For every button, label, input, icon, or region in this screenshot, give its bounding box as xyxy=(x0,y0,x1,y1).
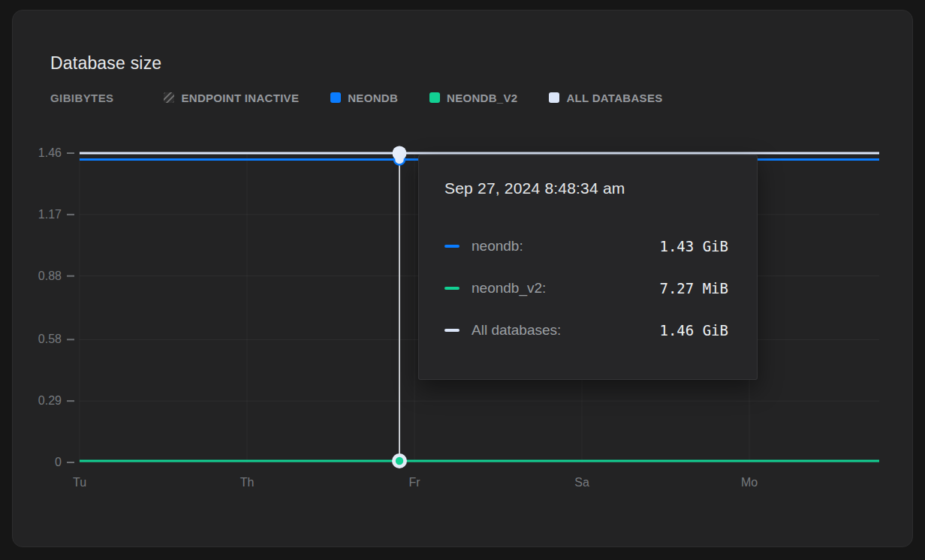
tooltip-series-value: 1.43 GiB xyxy=(659,238,728,254)
y-axis-label: 1.17 xyxy=(17,208,62,221)
tooltip-timestamp: Sep 27, 2024 8:48:34 am xyxy=(444,178,728,199)
y-axis-label: 1.46 xyxy=(17,146,62,160)
tooltip-rows: neondb:1.43 GiBneondb_v2:7.27 MiBAll dat… xyxy=(444,238,728,339)
tooltip-series-label: neondb: xyxy=(472,238,523,254)
marker-all-databases xyxy=(393,146,407,161)
x-axis-label: Tu xyxy=(73,476,86,489)
y-axis-label: 0.88 xyxy=(17,269,62,283)
series-dash-icon xyxy=(444,287,459,290)
x-axis-label: Fr xyxy=(408,476,420,489)
tooltip-series-label: neondb_v2: xyxy=(472,280,546,297)
x-axis-label: Th xyxy=(240,476,255,489)
chart-tooltip: Sep 27, 2024 8:48:34 am neondb:1.43 GiBn… xyxy=(418,155,758,380)
database-size-card: Database size GIBIBYTES ENDPOINT INACTIV… xyxy=(12,10,913,547)
y-axis-label: 0.58 xyxy=(17,333,62,346)
marker-neondb-v2-inner xyxy=(396,457,403,465)
series-dash-icon xyxy=(444,329,459,332)
y-axis-label: 0.29 xyxy=(17,394,62,408)
series-dash-icon xyxy=(444,245,459,248)
tooltip-row: neondb:1.43 GiB xyxy=(444,238,728,254)
tooltip-series-value: 7.27 MiB xyxy=(659,280,728,297)
x-axis-label: Mo xyxy=(741,476,758,489)
y-axis-label: 0 xyxy=(17,456,62,469)
x-axis-label: Sa xyxy=(574,476,589,489)
tooltip-series-label: All databases: xyxy=(472,322,561,339)
tooltip-row: neondb_v2:7.27 MiB xyxy=(444,280,728,297)
tooltip-row: All databases:1.46 GiB xyxy=(444,322,728,339)
tooltip-series-value: 1.46 GiB xyxy=(659,322,728,339)
